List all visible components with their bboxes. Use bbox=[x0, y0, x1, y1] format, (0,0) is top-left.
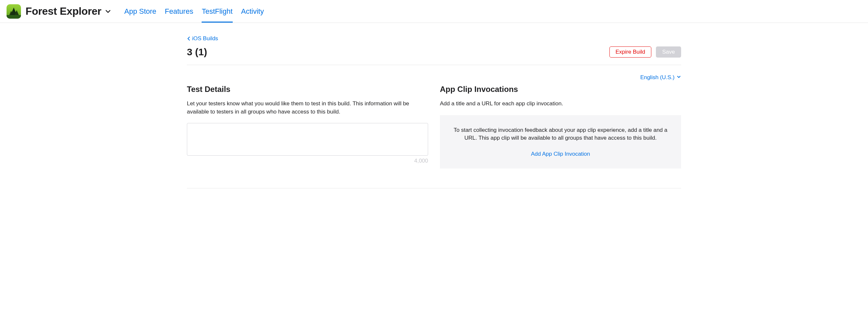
char-limit: 4,000 bbox=[187, 158, 428, 164]
tab-testflight[interactable]: TestFlight bbox=[202, 0, 232, 23]
language-label: English (U.S.) bbox=[640, 74, 675, 81]
tab-activity[interactable]: Activity bbox=[241, 0, 264, 23]
svg-rect-3 bbox=[6, 15, 21, 19]
back-link-label: iOS Builds bbox=[192, 35, 218, 42]
app-clip-empty-text: To start collecting invocation feedback … bbox=[453, 126, 668, 142]
app-clip-section: App Clip Invocations Add a title and a U… bbox=[440, 85, 681, 168]
test-details-textarea[interactable] bbox=[187, 123, 428, 156]
test-details-description: Let your testers know what you would lik… bbox=[187, 100, 428, 116]
chevron-left-icon bbox=[187, 36, 191, 41]
divider bbox=[187, 188, 681, 189]
app-clip-empty-box: To start collecting invocation feedback … bbox=[440, 115, 681, 168]
test-details-section: Test Details Let your testers know what … bbox=[187, 85, 428, 168]
nav-tabs: App Store Features TestFlight Activity bbox=[124, 0, 264, 23]
app-clip-title: App Clip Invocations bbox=[440, 85, 681, 94]
tab-features[interactable]: Features bbox=[165, 0, 193, 23]
app-title: Forest Explorer bbox=[26, 5, 101, 17]
title-row: 3 (1) Expire Build Save bbox=[187, 46, 681, 65]
header-bar: Forest Explorer App Store Features TestF… bbox=[0, 0, 868, 23]
app-switcher[interactable]: Forest Explorer bbox=[26, 5, 111, 17]
title-actions: Expire Build Save bbox=[610, 46, 681, 58]
save-button[interactable]: Save bbox=[656, 46, 681, 58]
back-link[interactable]: iOS Builds bbox=[187, 35, 218, 42]
chevron-down-icon bbox=[677, 74, 681, 81]
expire-build-button[interactable]: Expire Build bbox=[610, 46, 652, 58]
test-details-title: Test Details bbox=[187, 85, 428, 94]
tab-app-store[interactable]: App Store bbox=[124, 0, 156, 23]
chevron-down-icon bbox=[105, 8, 111, 15]
add-app-clip-link[interactable]: Add App Clip Invocation bbox=[531, 151, 590, 157]
page-title: 3 (1) bbox=[187, 46, 207, 58]
app-clip-description: Add a title and a URL for each app clip … bbox=[440, 100, 681, 108]
language-select[interactable]: English (U.S.) bbox=[640, 74, 681, 81]
app-icon bbox=[6, 4, 21, 19]
